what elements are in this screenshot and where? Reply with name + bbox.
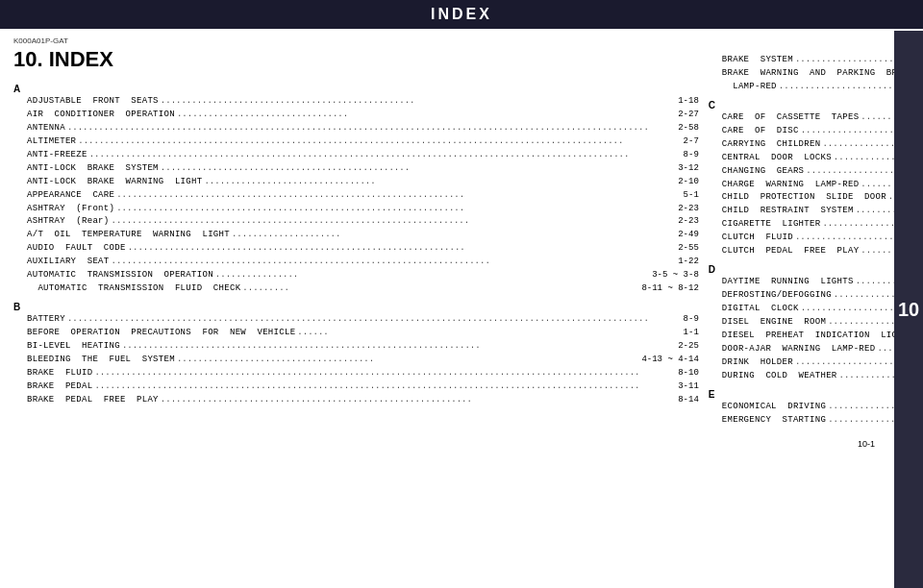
list-item: ADJUSTABLE FRONT SEATS .................… [13,95,699,109]
main-title: 10. INDEX [13,47,699,72]
section-a-letter: A [13,84,23,94]
list-item: DRINK HOLDER ...........................… [709,356,923,370]
section-brake: BRAKE SYSTEM ...........................… [709,54,923,94]
list-item: AUDIO FAULT CODE .......................… [13,242,699,256]
list-item: BATTERY ................................… [13,313,699,327]
right-column: BRAKE SYSTEM ...........................… [709,37,923,433]
list-item: BRAKE FLUID ............................… [13,367,699,380]
list-item: ECONOMICAL DRIVING .....................… [709,401,923,414]
list-item: CHARGE WARNING LAMP-RED ................… [709,179,923,192]
section-b-letter: B [13,302,23,312]
list-item: ANTENNA ................................… [13,122,699,135]
list-item: AUXILIARY SEAT .........................… [13,256,699,269]
list-item: ASHTRAY (Rear) .........................… [13,215,699,229]
section-b-header: B [13,302,699,312]
list-item: ANTI-FREEZE ............................… [13,149,699,162]
section-e-letter: E [709,389,718,400]
chapter-tab: 10 [894,31,923,588]
list-item: CHILD RESTRAINT SYSTEM .................… [709,205,923,218]
section-b: B BATTERY ..............................… [13,302,699,407]
list-item: DOOR-AJAR WARNING LAMP-RED .............… [709,343,923,356]
list-item: ANTI-LOCK BRAKE SYSTEM .................… [13,162,699,176]
list-item: A/T OIL TEMPERATURE WARNING LIGHT ......… [13,229,699,242]
section-d-letter: D [709,264,718,275]
list-item: BRAKE PEDAL FREE PLAY ..................… [13,394,699,407]
main-content: K000A01P-GAT 10. INDEX A ADJUSTABLE FRON… [0,29,923,437]
list-item: BRAKE PEDAL ............................… [13,380,699,394]
list-item: DAYTIME RUNNING LIGHTS .................… [709,276,923,289]
list-item: CIGARETTE LIGHTER ......................… [709,218,923,232]
list-item: AUTOMATIC TRANSMISSION OPERATION .......… [13,269,699,282]
list-item: CHILD PROTECTION SLIDE DOOR ............… [709,191,923,205]
list-item: CLUTCH PEDAL FREE PLAY .................… [709,245,923,258]
footer-page-number: 10-1 [858,439,875,449]
list-item: LAMP-RED ...............................… [709,81,923,94]
list-item: ANTI-LOCK BRAKE WARNING LIGHT ..........… [13,176,699,189]
list-item: AIR CONDITIONER OPERATION ..............… [13,109,699,122]
section-c: C CARE OF CASSETTE TAPES ...............… [709,100,923,258]
list-item: CARE OF DISC ...........................… [709,125,923,138]
list-item: ASHTRAY (Front) ........................… [13,203,699,216]
list-item: CARRYING CHILDREN ......................… [709,138,923,152]
list-item: APPEARANCE CARE ........................… [13,189,699,203]
section-c-header: C [709,100,923,110]
chapter-number: 10 [898,299,919,321]
section-e: E ECONOMICAL DRIVING ...................… [709,389,923,428]
list-item: BRAKE SYSTEM ...........................… [709,54,923,67]
list-item: BLEEDING THE FUEL SYSTEM ...............… [13,354,699,367]
list-item: CARE OF CASSETTE TAPES .................… [709,111,923,125]
list-item: AUTOMATIC TRANSMISSION FLUID CHECK .....… [13,282,699,296]
list-item: DISEL ENGINE ROOM ......................… [709,316,923,330]
doc-reference: K000A01P-GAT [13,37,699,45]
section-d-header: D [709,264,923,275]
list-item: DEFROSTING/DEFOGGING ...................… [709,289,923,303]
list-item: BRAKE WARNING AND PARKING BRAKE INDICATI… [709,67,923,81]
section-a: A ADJUSTABLE FRONT SEATS ...............… [13,84,699,296]
left-column: K000A01P-GAT 10. INDEX A ADJUSTABLE FRON… [13,37,699,433]
list-item: DIESEL PREHEAT INDICATION LIGHT-AMBER ..… [709,330,923,343]
list-item: BEFORE OPERATION PRECAUTIONS FOR NEW VEH… [13,327,699,340]
list-item: CENTRAL DOOR LOCKS .....................… [709,152,923,165]
section-c-letter: C [709,100,718,110]
section-d: D DAYTIME RUNNING LIGHTS ...............… [709,264,923,383]
page-container: INDEX K000A01P-GAT 10. INDEX A ADJUSTABL… [0,0,923,588]
section-e-header: E [709,389,923,400]
list-item: DURING COLD WEATHER ....................… [709,370,923,383]
footer: 10-1 [0,437,923,453]
list-item: BI-LEVEL HEATING .......................… [13,340,699,354]
list-item: DIGITAL CLOCK ..........................… [709,303,923,316]
list-item: CLUTCH FLUID ...........................… [709,232,923,245]
page-header: INDEX [0,0,923,29]
list-item: CHANGING GEARS .........................… [709,165,923,179]
list-item: EMERGENCY STARTING .....................… [709,414,923,428]
section-a-header: A [13,84,699,94]
list-item: ALTIMETER ..............................… [13,135,699,149]
header-title: INDEX [431,6,492,22]
